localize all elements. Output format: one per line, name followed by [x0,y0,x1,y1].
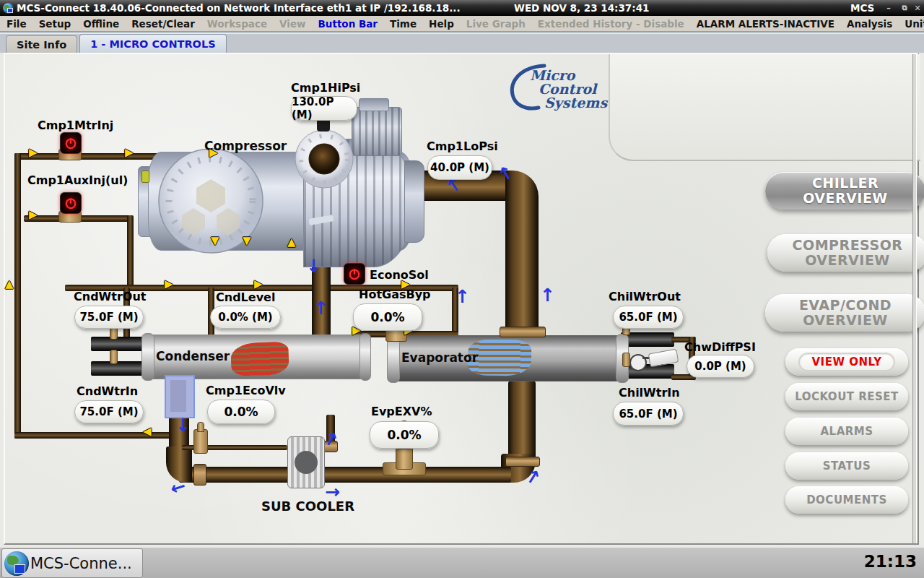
tab-site-info[interactable]: Site Info [6,35,77,53]
menu-file[interactable]: File [6,18,27,30]
chilwtrin-value[interactable]: 65.0F (M) [613,402,684,426]
cndwtrout-label: CndWtrOut [74,290,146,303]
menu-reset-clear[interactable]: Reset/Clear [131,18,195,30]
taskbar-clock: 21:13 [864,552,917,571]
cndwtrout-value[interactable]: 75.0F (M) [74,306,144,329]
flow-arrow-icon: ▼ [243,236,251,246]
chilwtrout-label: ChilWtrOut [609,290,681,303]
tab-micro-controls[interactable]: 1 - MICRO CONTROLS [79,34,226,53]
hotgasbyp-value[interactable]: 0.0% [353,303,422,331]
liquid-line-pipe [179,467,511,483]
flow-direction-icon: ↑ [540,286,555,304]
evpexv-label: EvpEXV% [371,405,432,418]
taskbar: MCS-Conne... 21:13 [0,547,924,578]
chilwtrout-value[interactable]: 65.0F (M) [613,306,684,329]
lockout-reset-button[interactable]: LOCKOUT RESET [785,383,908,410]
evaporator-label: Evaporator [401,350,478,365]
logo-word-2: Control [539,82,596,95]
line-valve [193,429,208,454]
view-only-label: VIEW ONLY [798,353,894,371]
flow-direction-icon: ↓ [306,257,321,275]
sight-glass [165,375,195,418]
evap-bottom-pipe [508,381,536,462]
compressor-terminal-box [352,107,402,156]
cmp1lopsi-label: Cmp1LoPsi [427,139,498,153]
menu-help[interactable]: Help [429,18,454,30]
cmp1lopsi-value[interactable]: 40.0P (M) [427,155,492,180]
cndwtrin-label: CndWtrIn [77,384,138,398]
cmp1auxinj-label: Cmp1AuxInj(ul) [27,173,128,187]
mcs-logo: Micro Control Systems [507,60,640,116]
compressor-top-flange [294,129,354,189]
flow-arrow-icon: ▼ [211,236,219,246]
evpexv-value[interactable]: 0.0% [370,421,439,449]
compressor-overview-button[interactable]: COMPRESSOR OVERVIEW [767,234,924,272]
compressor-overview-line1: COMPRESSOR [793,238,903,253]
pipe [127,215,134,288]
chiller-overview-line2: OVERVIEW [803,191,888,206]
status-button[interactable]: STATUS [785,452,908,480]
hotgasbyp-label: HotGasByp [359,288,431,301]
pipe [14,153,21,439]
documents-button[interactable]: DOCUMENTS [785,486,908,514]
compressor-terminal-cap [359,98,389,111]
view-only-button[interactable]: VIEW ONLY [785,348,908,376]
cndwtrin-value[interactable]: 75.0F (M) [74,400,144,423]
menu-view: View [279,18,305,30]
cnd-water-pipe [91,337,146,351]
cndlevel-label: CndLevel [216,290,275,304]
condenser-cap [141,333,154,381]
menu-button-bar[interactable]: Button Bar [318,18,378,30]
cmp1auxinj-indicator-icon[interactable] [60,192,82,214]
econosol-label: EconoSol [370,268,429,282]
logo-word-1: Micro [530,69,575,82]
menu-setup[interactable]: Setup [39,18,71,30]
chiller-overview-line1: CHILLER [812,176,879,191]
econosol-indicator-icon[interactable] [344,263,365,285]
subcooler-label: SUB COOLER [261,499,354,514]
taskbar-app-label: MCS-Conne... [30,555,132,572]
cmp1ecovlv-label: Cmp1EcoVlv [206,384,286,397]
condenser-cap [359,333,371,381]
alarms-button[interactable]: ALARMS [785,418,908,445]
line-valve-stem [197,422,204,432]
cmp1mtrinj-indicator-icon[interactable] [60,132,82,154]
panel-right-edge [912,54,917,543]
flow-arrow-icon: ▲ [287,237,296,248]
fitting [622,353,630,367]
condenser-heat-pattern [230,342,289,377]
condenser-label: Condenser [156,349,230,363]
menu-units[interactable]: Units [905,18,924,30]
evap-cond-overview-line2: OVERVIEW [803,313,888,328]
menu-bar: File Setup Offline Reset/Clear Workspace… [0,16,924,33]
fitting [110,350,118,364]
cndlevel-value[interactable]: 0.0% (M) [210,306,281,329]
menu-time[interactable]: Time [390,18,417,30]
logo-word-3: Systems [544,96,607,109]
menu-offline[interactable]: Offline [83,18,119,30]
compressor-cap [404,160,424,243]
flow-arrow-icon: ▶ [254,279,263,290]
status-panel [609,54,920,161]
window-title: MCS-Connect 18.40.06-Connected on Networ… [17,2,461,14]
title-bar: MCS-Connect 18.40.06-Connected on Networ… [0,0,924,16]
restore-icon[interactable]: ⧉ [898,0,911,16]
evap-cond-overview-button[interactable]: EVAP/COND OVERVIEW [765,294,924,332]
flow-arrow-icon: ▲ [5,279,14,290]
cmp1hipsi-label: Cmp1HiPsi [291,81,360,95]
minimize-icon[interactable]: – [882,0,895,16]
cmp1ecovlv-value[interactable]: 0.0% [207,400,275,424]
chilwtrin-label: ChilWtrIn [619,386,680,400]
taskbar-app-button[interactable]: MCS-Conne... [1,548,143,578]
flow-direction-icon: ↑ [455,288,470,306]
chwdiffpsi-value[interactable]: 0.0P (M) [687,355,754,378]
app-globe-icon [3,3,14,14]
chiller-overview-button[interactable]: CHILLER OVERVIEW [765,172,924,210]
flow-arrow-icon: ▶ [165,279,173,290]
close-icon[interactable]: ✕ [911,0,924,16]
menu-analysis[interactable]: Analysis [847,18,892,30]
fitting [141,171,149,183]
cmp1hipsi-value[interactable]: 130.0P (M) [291,96,357,121]
evap-cond-overview-line1: EVAP/COND [799,298,892,313]
menu-alarm-alerts[interactable]: ALARM ALERTS-INACTIVE [697,18,834,30]
